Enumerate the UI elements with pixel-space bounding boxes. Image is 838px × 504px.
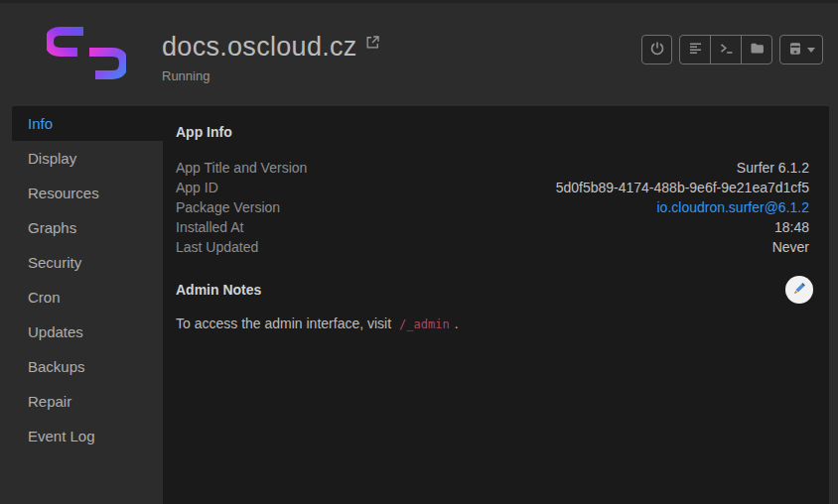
- sidebar-item-event-log[interactable]: Event Log: [0, 419, 163, 453]
- pencil-icon: [792, 281, 807, 299]
- app-menu-dropdown[interactable]: [779, 35, 823, 64]
- info-row-label: Last Updated: [176, 237, 258, 257]
- info-row-value[interactable]: io.cloudron.surfer@6.1.2: [656, 197, 809, 217]
- app-info-heading: App Info: [176, 124, 809, 141]
- power-button[interactable]: [641, 35, 672, 64]
- app-menu-icon: [787, 41, 803, 60]
- power-icon: [649, 41, 665, 60]
- sidebar: Info Display Resources Graphs Security C…: [0, 106, 163, 504]
- info-row-label: Package Version: [176, 197, 280, 217]
- sidebar-item-repair[interactable]: Repair: [0, 384, 163, 419]
- info-row-label: App Title and Version: [176, 158, 307, 178]
- sidebar-item-label: Graphs: [28, 219, 76, 236]
- sidebar-item-label: Cron: [28, 289, 61, 306]
- sidebar-item-graphs[interactable]: Graphs: [0, 210, 163, 245]
- notes-text-after: .: [455, 315, 459, 331]
- admin-notes-heading: Admin Notes: [176, 282, 261, 299]
- app-info-table: App Title and Version Surfer 6.1.2 App I…: [176, 158, 809, 257]
- sidebar-item-label: Resources: [28, 185, 99, 201]
- sidebar-item-label: Info: [28, 115, 53, 132]
- header-actions: [641, 35, 823, 64]
- info-row-label: Installed At: [176, 217, 244, 237]
- info-row-value: 18:48: [774, 217, 809, 237]
- edit-notes-button[interactable]: [785, 276, 813, 304]
- notes-text-before: To access the admin interface, visit: [176, 315, 391, 331]
- table-row: App ID 5d0f5b89-4174-488b-9e6f-9e21ea7d1…: [176, 178, 809, 197]
- table-row: App Title and Version Surfer 6.1.2: [176, 158, 809, 178]
- table-row: Package Version io.cloudron.surfer@6.1.2: [176, 197, 809, 217]
- sidebar-item-updates[interactable]: Updates: [0, 315, 163, 349]
- sidebar-item-label: Display: [28, 150, 76, 167]
- app-title: docs.oscloud.cz: [162, 32, 357, 62]
- info-row-value: Surfer 6.1.2: [737, 158, 809, 178]
- chevron-down-icon: [807, 48, 815, 53]
- admin-notes-header: Admin Notes: [176, 276, 809, 304]
- admin-notes-text: To access the admin interface, visit/_ad…: [176, 315, 809, 334]
- logs-icon: [688, 41, 703, 59]
- external-link-icon[interactable]: [366, 35, 379, 53]
- logs-button[interactable]: [679, 35, 711, 64]
- app-header: docs.oscloud.cz Running: [0, 0, 838, 106]
- surfer-app-logo: [47, 24, 126, 87]
- sidebar-item-label: Security: [28, 254, 81, 271]
- files-button[interactable]: [741, 35, 772, 64]
- sidebar-item-security[interactable]: Security: [0, 245, 163, 280]
- app-info-panel: App Info App Title and Version Surfer 6.…: [163, 106, 829, 504]
- folder-icon: [750, 41, 765, 59]
- sidebar-item-label: Repair: [28, 393, 71, 410]
- info-row-value: 5d0f5b89-4174-488b-9e6f-9e21ea7d1cf5: [556, 178, 809, 197]
- sidebar-item-label: Backups: [28, 358, 85, 375]
- app-title-block: docs.oscloud.cz Running: [162, 32, 379, 83]
- sidebar-item-display[interactable]: Display: [0, 141, 163, 176]
- sidebar-item-info[interactable]: Info: [12, 106, 163, 141]
- info-row-label: App ID: [176, 178, 218, 197]
- info-row-value: Never: [772, 237, 809, 257]
- app-tools-button-group: [679, 35, 772, 64]
- window-top-edge: [0, 0, 838, 3]
- sidebar-item-label: Event Log: [28, 428, 95, 444]
- table-row: Installed At 18:48: [176, 217, 809, 237]
- admin-path-code: /_admin: [399, 317, 450, 331]
- sidebar-item-cron[interactable]: Cron: [0, 280, 163, 315]
- sidebar-item-backups[interactable]: Backups: [0, 349, 163, 384]
- sidebar-item-resources[interactable]: Resources: [0, 176, 163, 210]
- sidebar-item-label: Updates: [28, 323, 83, 340]
- terminal-button[interactable]: [710, 35, 742, 64]
- status-badge: Running: [162, 68, 379, 83]
- table-row: Last Updated Never: [176, 237, 809, 257]
- scrollbar-track[interactable]: [829, 106, 838, 504]
- terminal-icon: [719, 41, 734, 59]
